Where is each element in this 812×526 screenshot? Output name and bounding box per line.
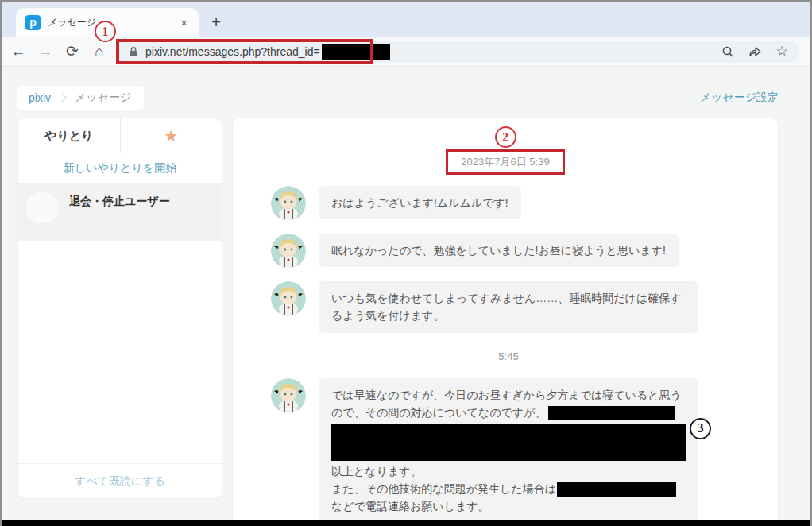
user-avatar[interactable]: [271, 186, 306, 221]
star-icon: ★: [164, 126, 178, 145]
date-header-wrap: 2 2023年7月6日 5:39: [233, 126, 778, 175]
annotation-circle-1: 1: [95, 21, 116, 42]
chevron-right-icon: [57, 93, 66, 102]
user-avatar[interactable]: [271, 378, 306, 413]
mark-all-read-link[interactable]: すべて既読にする: [18, 463, 222, 498]
redacted-text-inline: [557, 482, 676, 497]
annotation-circle-3: 3: [690, 418, 711, 439]
message-row: いつも気を使わせてしまってすみません……、睡眠時間だけは確保するよう気を付けます…: [271, 281, 746, 333]
new-conversation-link[interactable]: 新しいやりとりを開始: [18, 153, 222, 184]
message-row: では早速なのですが、今日のお昼すぎから夕方までは寝ていると思うので、その間の対応…: [271, 378, 746, 520]
user-avatar[interactable]: [271, 281, 306, 316]
forward-icon[interactable]: →: [35, 41, 56, 62]
pixiv-messages-page: pixiv メッセージ メッセージ設定 やりとり ★ 新しいやりとりを開始 退会…: [2, 67, 810, 520]
date-header: 2023年7月6日 5:39: [446, 149, 564, 175]
thread-list-panel: やりとり ★ 新しいやりとりを開始 退会・停止ユーザー すべて既読にする: [17, 118, 222, 499]
thread-user-name: 退会・停止ユーザー: [69, 195, 170, 233]
content-panels: やりとり ★ 新しいやりとりを開始 退会・停止ユーザー すべて既読にする 2 2…: [17, 118, 779, 520]
reload-icon[interactable]: ⟳: [62, 41, 83, 62]
redacted-thread-id: [322, 44, 390, 60]
message-text: などで電話連絡お願いします。: [331, 500, 489, 512]
tab-conversations[interactable]: やりとり: [18, 118, 120, 153]
redacted-text-block: [331, 424, 686, 461]
breadcrumb-current: メッセージ: [75, 91, 131, 105]
share-icon[interactable]: [745, 42, 764, 61]
message-row: 眠れなかったので、勉強をしていました!お昼に寝ようと思います!: [271, 234, 746, 269]
deleted-user-avatar: [26, 191, 58, 223]
message-bubble: いつも気を使わせてしまってすみません……、睡眠時間だけは確保するよう気を付けます…: [319, 281, 698, 333]
message-bubble-redacted: では早速なのですが、今日のお昼すぎから夕方までは寝ていると思うので、その間の対応…: [319, 378, 698, 520]
pixiv-favicon-icon: p: [25, 15, 41, 30]
page-header-row: pixiv メッセージ メッセージ設定: [17, 86, 779, 110]
tab-favorites[interactable]: ★: [120, 118, 222, 153]
message-text: また、その他技術的な問題が発生した場合は: [331, 482, 556, 495]
thread-tabs: やりとり ★: [18, 118, 222, 153]
time-separator: 5:45: [271, 350, 746, 362]
breadcrumb: pixiv メッセージ: [17, 86, 144, 110]
bookmark-star-icon[interactable]: ☆: [772, 42, 791, 61]
breadcrumb-pixiv-link[interactable]: pixiv: [29, 91, 51, 104]
search-icon[interactable]: [718, 42, 737, 61]
message-row: おはようございます!ムルムルです!: [271, 186, 746, 221]
message-bubble: 眠れなかったので、勉強をしていました!お昼に寝ようと思います!: [319, 234, 679, 267]
message-list: おはようございます!ムルムルです!: [233, 175, 778, 520]
address-bar[interactable]: pixiv.net/messages.php?thread_id= ☆: [118, 41, 799, 63]
url-text: pixiv.net/messages.php?thread_id=: [145, 45, 320, 58]
thread-list-item[interactable]: 退会・停止ユーザー: [18, 184, 222, 241]
back-icon[interactable]: ←: [8, 41, 29, 62]
new-tab-button[interactable]: +: [205, 11, 227, 33]
message-text: 以上となります。: [331, 465, 422, 478]
home-icon[interactable]: ⌂: [89, 41, 110, 62]
thread-list-empty-space: [18, 241, 222, 463]
redacted-text-inline: [548, 406, 675, 420]
window-bottom-edge: [2, 520, 810, 526]
message-settings-link[interactable]: メッセージ設定: [700, 91, 779, 105]
message-bubble: おはようございます!ムルムルです!: [319, 186, 521, 219]
lock-icon[interactable]: [129, 46, 138, 57]
chat-panel: 2 2023年7月6日 5:39: [232, 118, 779, 520]
annotation-circle-2: 2: [495, 126, 516, 148]
browser-window: p メッセージ × + 1 ← → ⟳ ⌂ pixiv.net/messages…: [0, 0, 812, 526]
user-avatar[interactable]: [271, 234, 306, 269]
browser-toolbar: ← → ⟳ ⌂ pixiv.net/messages.php?thread_id…: [2, 37, 810, 67]
tab-strip: p メッセージ × + 1: [2, 2, 810, 37]
tab-close-button[interactable]: ×: [177, 16, 191, 29]
